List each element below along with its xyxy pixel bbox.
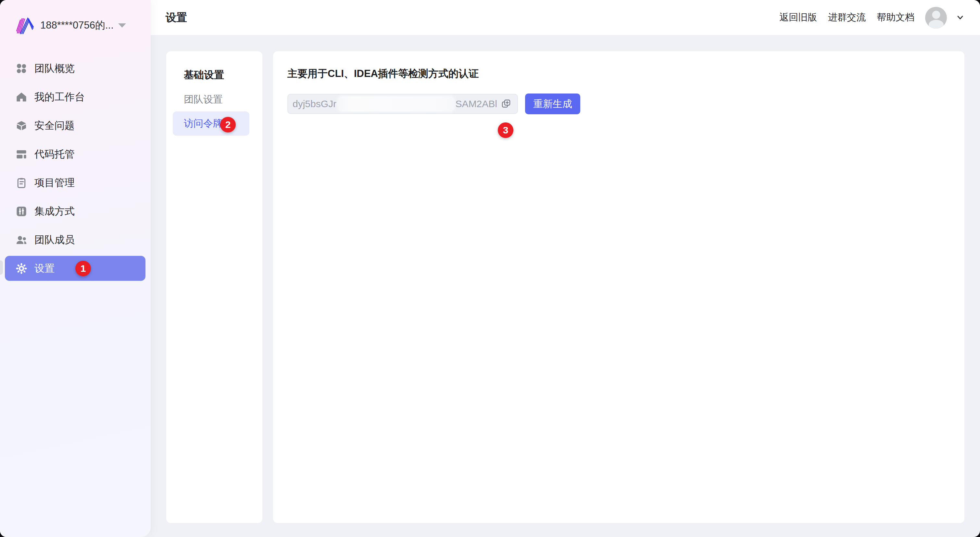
workbench-icon xyxy=(16,91,27,103)
sidebar-item-security-issues[interactable]: 安全问题 xyxy=(5,113,145,138)
user-avatar[interactable] xyxy=(925,7,947,29)
sidebar-edge-handle[interactable] xyxy=(0,261,3,275)
sidebar-item-team-overview[interactable]: 团队概览 xyxy=(5,56,145,81)
chevron-down-icon[interactable] xyxy=(955,13,965,22)
sidebar-item-label: 代码托管 xyxy=(34,148,75,161)
settings-gear-icon xyxy=(16,263,27,274)
header-actions: 返回旧版 进群交流 帮助文档 xyxy=(780,0,965,35)
access-token-field[interactable]: dyj5bsGJr SAM2ABl xyxy=(287,94,518,114)
settings-nav-item-access-token[interactable]: 访问令牌 xyxy=(173,111,250,136)
sidebar-item-label: 集成方式 xyxy=(34,205,75,218)
app-logo-icon xyxy=(13,14,35,37)
link-back-to-old-version[interactable]: 返回旧版 xyxy=(780,11,817,24)
sidebar-item-settings[interactable]: 设置 1 xyxy=(5,256,145,281)
access-token-panel: 主要用于CLI、IDEA插件等检测方式的认证 dyj5bsGJr SAM2ABl… xyxy=(273,51,964,523)
regenerate-token-button[interactable]: 重新生成 xyxy=(525,94,580,114)
account-switcher[interactable]: 188****0756的... xyxy=(13,14,143,37)
sidebar-item-integration[interactable]: 集成方式 xyxy=(5,199,145,224)
sidebar-item-team-members[interactable]: 团队成员 xyxy=(5,227,145,252)
token-prefix-text: dyj5bsGJr xyxy=(293,99,336,110)
code-hosting-icon xyxy=(16,148,27,160)
token-row: dyj5bsGJr SAM2ABl 重新生成 xyxy=(287,94,580,114)
sidebar-item-workbench[interactable]: 我的工作台 xyxy=(5,84,145,110)
sidebar-item-label: 设置 xyxy=(34,262,54,275)
app-window: 188****0756的... 团队概览 我的工作台 安全问题 xyxy=(0,0,980,537)
team-overview-icon xyxy=(16,63,27,74)
account-name: 188****0756的... xyxy=(40,19,114,32)
settings-nav-item-team-settings[interactable]: 团队设置 xyxy=(184,93,223,106)
copy-token-icon[interactable] xyxy=(500,98,512,110)
token-suffix-text: SAM2ABl xyxy=(456,99,497,110)
sidebar-nav: 团队概览 我的工作台 安全问题 代码托管 xyxy=(5,56,145,284)
sidebar-item-label: 安全问题 xyxy=(34,119,75,132)
token-blurred-section xyxy=(338,97,454,111)
link-help-docs[interactable]: 帮助文档 xyxy=(877,11,915,24)
link-join-group-chat[interactable]: 进群交流 xyxy=(828,11,866,24)
page-title: 设置 xyxy=(165,10,187,25)
top-header: 设置 返回旧版 进群交流 帮助文档 xyxy=(151,0,980,35)
sidebar: 188****0756的... 团队概览 我的工作台 安全问题 xyxy=(0,0,151,537)
settings-nav-item-label: 访问令牌 xyxy=(184,117,223,130)
integration-icon xyxy=(16,205,27,217)
annotation-badge-2: 2 xyxy=(220,117,236,132)
annotation-badge-1: 1 xyxy=(75,261,91,276)
sidebar-item-label: 团队成员 xyxy=(34,233,75,247)
settings-nav-panel: 基础设置 团队设置 访问令牌 2 xyxy=(166,51,262,523)
caret-down-icon xyxy=(118,23,126,28)
sidebar-item-code-hosting[interactable]: 代码托管 xyxy=(5,141,145,167)
project-management-icon xyxy=(16,177,27,189)
settings-section-title: 基础设置 xyxy=(184,68,224,82)
sidebar-item-project-management[interactable]: 项目管理 xyxy=(5,170,145,195)
sidebar-item-label: 我的工作台 xyxy=(34,90,85,104)
sidebar-item-label: 团队概览 xyxy=(34,62,75,75)
sidebar-item-label: 项目管理 xyxy=(34,176,75,190)
team-members-icon xyxy=(16,234,27,246)
token-usage-heading: 主要用于CLI、IDEA插件等检测方式的认证 xyxy=(287,67,479,81)
security-issues-icon xyxy=(16,120,27,132)
annotation-badge-3: 3 xyxy=(498,122,513,138)
